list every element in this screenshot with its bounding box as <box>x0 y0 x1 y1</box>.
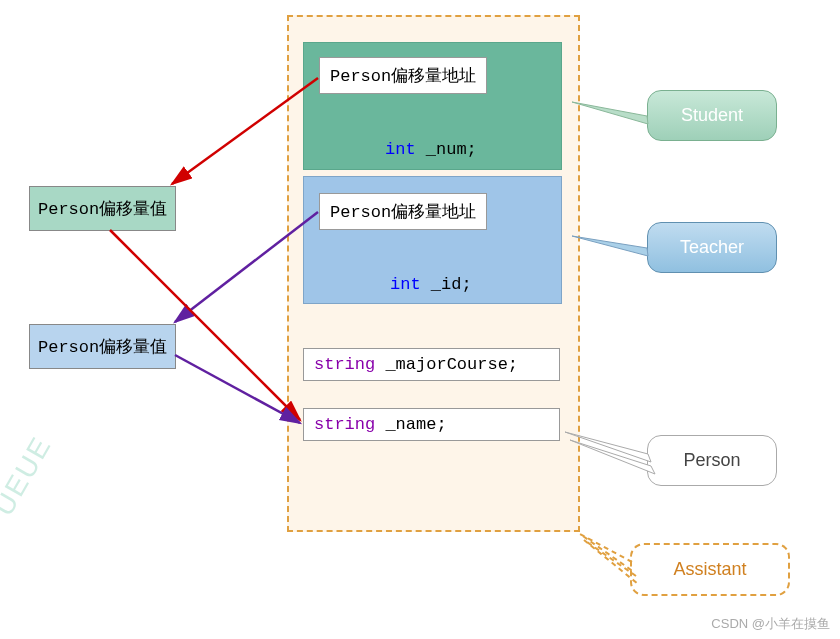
callout-person-2 <box>570 440 655 474</box>
callout-assistant-1 <box>580 534 634 572</box>
teacher-field-name: _id; <box>431 275 472 294</box>
teacher-offset-addr-text: Person偏移量地址 <box>330 203 476 222</box>
student-field-type: int <box>385 140 416 159</box>
major-type: string <box>314 355 375 374</box>
student-offset-addr-text: Person偏移量地址 <box>330 67 476 86</box>
name-name: _name; <box>385 415 446 434</box>
teacher-field-type: int <box>390 275 421 294</box>
person-label: Person <box>647 435 777 486</box>
name-type: string <box>314 415 375 434</box>
student-field: int _num; <box>385 140 477 159</box>
teacher-label: Teacher <box>647 222 777 273</box>
person-offset-value-green: Person偏移量值 <box>29 186 176 231</box>
callout-teacher <box>572 236 648 256</box>
csdn-watermark: CSDN @小羊在摸鱼 <box>711 615 830 633</box>
side-watermark: UEUE <box>0 431 58 521</box>
student-field-name: _num; <box>426 140 477 159</box>
person-offset-value-blue: Person偏移量值 <box>29 324 176 369</box>
teacher-field: int _id; <box>390 275 472 294</box>
student-label: Student <box>647 90 777 141</box>
teacher-offset-addr-box: Person偏移量地址 <box>319 193 487 230</box>
callout-student <box>572 102 648 124</box>
name-box: string _name; <box>303 408 560 441</box>
major-name: _majorCourse; <box>385 355 518 374</box>
assistant-label: Assistant <box>630 543 790 596</box>
major-course-box: string _majorCourse; <box>303 348 560 381</box>
student-offset-addr-box: Person偏移量地址 <box>319 57 487 94</box>
arrow-blueval-to-name <box>175 355 300 423</box>
